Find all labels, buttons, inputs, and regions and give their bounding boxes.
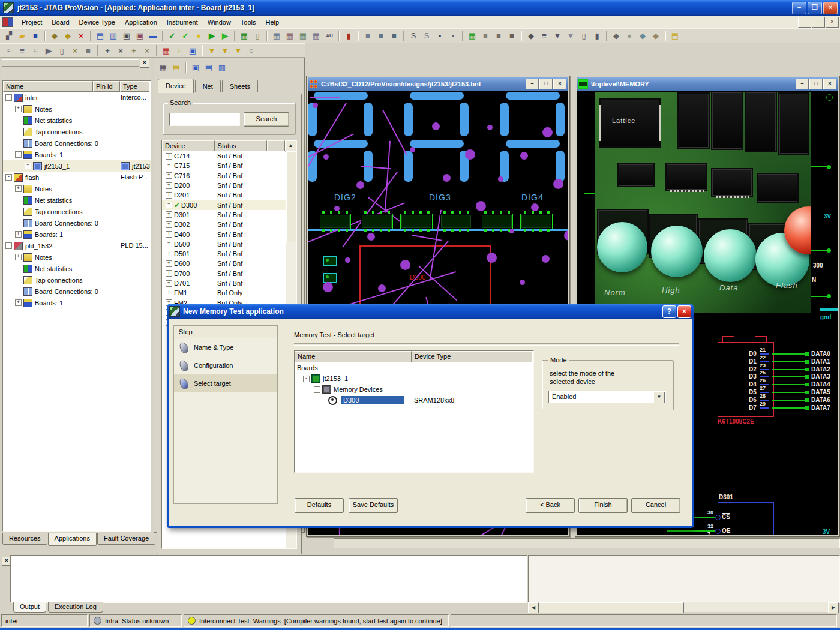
tree-item-boards-1[interactable]: -Boards: 1 [3,149,151,160]
cascade-icon[interactable]: ▣ [120,29,133,42]
search-input[interactable] [169,113,240,126]
device-insert-icon[interactable]: ▦ [296,29,310,42]
autogen-lamp-icon[interactable]: ● [192,29,205,42]
zoom-icon[interactable]: ○ [245,44,258,57]
output-hscrollbar[interactable]: ◀ ▶ [528,602,839,612]
split-vertical-icon[interactable]: ▥ [107,29,120,42]
gear-icon[interactable]: ◆ [610,29,623,42]
memory-minimize-button[interactable]: – [796,79,809,89]
pcb-maximize-button[interactable]: □ [539,79,553,89]
button-save-defaults[interactable]: Save Defaults [349,498,398,513]
tree-item-board-connections-0[interactable]: Board Connections: 0 [3,217,151,229]
button--back[interactable]: < Back [526,498,575,513]
worksheet-icon[interactable]: ▦ [238,29,251,42]
search-button[interactable]: Search [244,112,289,127]
tree-item-tap-connections[interactable]: Tap connections [3,126,151,137]
device-expander[interactable]: + [166,172,172,179]
layout-icon[interactable]: ▦ [466,29,479,42]
tree-expander[interactable]: - [5,94,12,101]
tree-list-icon[interactable]: ≡ [538,29,551,42]
key-new-icon[interactable]: ◆ [48,29,61,42]
board-add-icon[interactable]: ■ [361,29,374,42]
wave-icon[interactable]: ≈ [173,44,186,57]
wand-icon[interactable]: ▞ [2,29,16,42]
net-jump-icon[interactable]: ≈ [29,44,42,57]
tree-item-inter[interactable]: -interInterco... [3,92,151,103]
step-configuration[interactable]: Configuration [174,356,277,374]
memory-maximize-button[interactable]: □ [809,79,823,89]
apply-icon[interactable]: ✓ [166,29,179,42]
menu-board[interactable]: Board [47,17,74,27]
tab-sheets[interactable]: Sheets [222,80,258,92]
tree-item-jt2153-1[interactable]: +jt2153_1jt2153 [3,160,151,172]
tree-item-boards-1[interactable]: +Boards: 1 [3,297,151,308]
device-row-d701[interactable]: +D701Snf / Bnf [162,278,296,288]
scroll-left-button[interactable]: ◀ [528,602,539,613]
target-device-row[interactable]: D300 SRAM128kx8 [295,395,533,406]
run-icon[interactable]: ▶ [205,29,218,42]
split-horizontal-icon[interactable]: ▤ [94,29,107,42]
pcb-close-button[interactable]: × [553,79,566,89]
menu-device-type[interactable]: Device Type [74,17,120,27]
block-add-icon[interactable]: + [101,44,114,57]
menu-application[interactable]: Application [120,17,162,27]
window-bottom-icon[interactable]: ▬ [146,29,160,42]
tree-item-net-statistics[interactable]: Net statistics [3,115,151,126]
tree-item-pld-1532[interactable]: -pld_1532PLD 15... [3,240,151,251]
run-add-icon[interactable]: ▶ [218,29,232,42]
print-icon[interactable]: ▦ [157,61,170,74]
instrument-icon[interactable]: ◆ [524,29,538,42]
column-header-status[interactable]: Status [215,140,268,151]
device-row-d500[interactable]: +D500Snf / Bnf [162,239,296,249]
cascade-new-icon[interactable]: ▣ [133,29,146,42]
memory-close-button[interactable]: × [823,79,836,89]
scroll-up-button[interactable]: ▲ [285,140,296,152]
mdi-close-button[interactable]: × [826,17,839,28]
column-header-type[interactable]: Type [120,81,149,92]
pin-grid-icon[interactable]: ≡ [16,44,29,57]
device-row-d302[interactable]: +D302Snf / Bnf [162,220,296,229]
device-row-d200[interactable]: +D200Snf / Bnf [162,181,296,190]
export-page-icon[interactable]: ▯ [251,29,264,42]
device-expander[interactable]: + [166,202,172,208]
target-column-name[interactable]: Name [295,351,412,362]
tree-item-notes[interactable]: +Notes [3,103,151,115]
device-pins-icon[interactable]: ▦ [310,29,323,42]
menu-tools[interactable]: Tools [236,17,261,27]
pcb-minimize-button[interactable]: – [526,79,539,89]
tree-expander[interactable]: + [15,254,22,260]
device-row-d400[interactable]: +D400Snf / Bnf [162,229,296,239]
button-cancel[interactable]: Cancel [631,498,680,513]
open-project-icon[interactable]: ▰ [16,29,29,42]
device-row-c714[interactable]: +C714Snf / Bnf [162,151,296,161]
button-defaults[interactable]: Defaults [295,498,344,513]
tab-resources[interactable]: Resources [2,533,47,545]
tab-applications[interactable]: Applications [48,533,97,546]
refresh-stop-icon[interactable]: ◆ [649,29,662,42]
selected-device-name[interactable]: D300 [341,396,404,404]
tab-fault-coverage[interactable]: Fault Coverage [97,533,155,545]
probe-chip-icon[interactable]: ▶ [42,44,55,57]
device-expander[interactable]: + [166,231,172,238]
tree-expander[interactable]: + [15,185,22,192]
close-button[interactable]: × [823,2,838,14]
notes-icon[interactable]: ▤ [170,61,183,74]
tree-expander[interactable]: + [15,231,22,238]
tree-item-tap-connections[interactable]: Tap connections [3,206,151,217]
delete-icon[interactable]: × [74,29,88,42]
split-vertical-icon[interactable]: ▥ [215,61,229,74]
column-header-name[interactable]: Name [3,81,93,92]
tree-expander[interactable]: + [15,106,22,112]
tab-execution-log[interactable]: Execution Log [48,602,103,613]
step-name-type[interactable]: Name & Type [174,338,277,356]
target-column-devicetype[interactable]: Device Type [412,351,532,362]
device-row-c715[interactable]: +C715Snf / Bnf [162,161,296,170]
key-edit-icon[interactable]: ◆ [61,29,74,42]
minimize-button[interactable]: – [792,2,806,14]
pcb-window-titlebar[interactable]: C:/Bst32_CD12/ProVision/designs/jt2153/j… [308,77,568,91]
memory-window-titlebar[interactable]: \toplevel\MEMORY – □ × [577,77,838,91]
filter-net-icon[interactable]: ▼ [232,44,245,57]
hscroll-thumb[interactable] [539,602,684,613]
block-copy-icon[interactable]: ■ [492,29,505,42]
dialog-help-button[interactable]: ? [662,305,676,318]
